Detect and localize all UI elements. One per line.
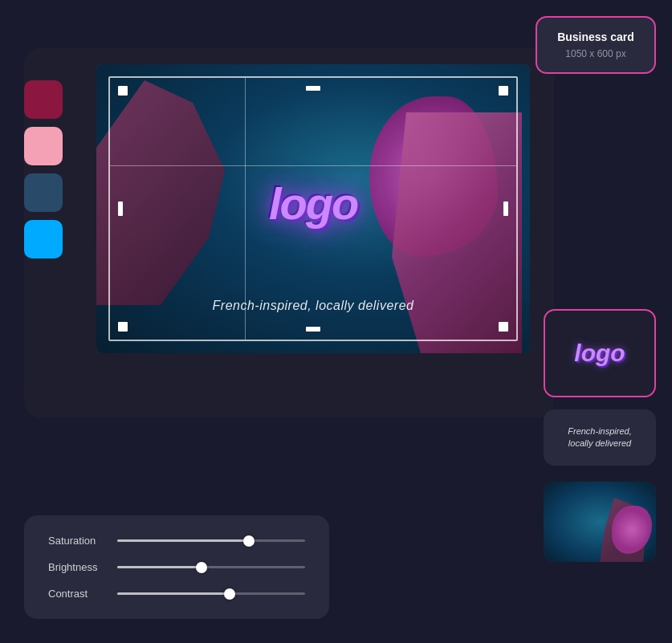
image-preview-bg [544,482,656,562]
canvas-logo[interactable]: logo [269,177,357,230]
handle-edge-left[interactable] [118,201,123,216]
swatch-navy[interactable] [24,173,63,212]
tagline-preview-text: French-inspired, locally delivered [568,425,631,450]
tagline-preview-card: French-inspired, locally delivered [544,409,656,466]
brightness-fill [117,566,202,568]
canvas-tagline[interactable]: French-inspired, locally delivered [213,299,414,313]
image-preview-flower [612,506,652,554]
handle-corner-bl[interactable] [118,322,128,332]
contrast-fill [117,592,230,595]
logo-preview-card: logo [544,309,656,397]
contrast-thumb[interactable] [224,588,235,600]
saturation-label: Saturation [48,535,104,547]
swatch-pink[interactable] [24,127,63,165]
contrast-label: Contrast [48,588,104,600]
handle-corner-tr[interactable] [499,86,508,96]
handle-corner-br[interactable] [499,322,508,332]
saturation-fill [117,539,249,542]
color-swatches [24,80,63,258]
handle-edge-bottom[interactable] [306,327,320,332]
handle-edge-top[interactable] [306,86,320,91]
saturation-slider[interactable] [117,539,305,542]
tooltip-dimensions: 1050 x 600 px [555,48,637,59]
swatch-cyan[interactable] [24,220,63,258]
tooltip-title: Business card [555,31,637,43]
canvas-background: logo French-inspired, locally delivered [96,64,530,353]
saturation-thumb[interactable] [243,535,255,547]
brightness-thumb[interactable] [196,562,207,573]
saturation-row: Saturation [48,535,305,547]
business-card-tooltip: Business card 1050 x 600 px [536,16,656,74]
contrast-row: Contrast [48,588,305,600]
brightness-row: Brightness [48,561,305,573]
contrast-slider[interactable] [117,592,305,595]
screen-container: logo French-inspired, locally delivered [24,48,554,417]
adjustments-panel: Saturation Brightness Contrast [24,515,329,619]
canvas-area: logo French-inspired, locally delivered [96,64,530,353]
handle-corner-tl[interactable] [118,86,128,96]
brightness-label: Brightness [48,561,104,573]
image-preview-card [544,482,656,562]
logo-preview-text: logo [574,340,625,367]
swatch-crimson[interactable] [24,80,63,119]
handle-edge-right[interactable] [503,201,508,216]
brightness-slider[interactable] [117,566,305,568]
